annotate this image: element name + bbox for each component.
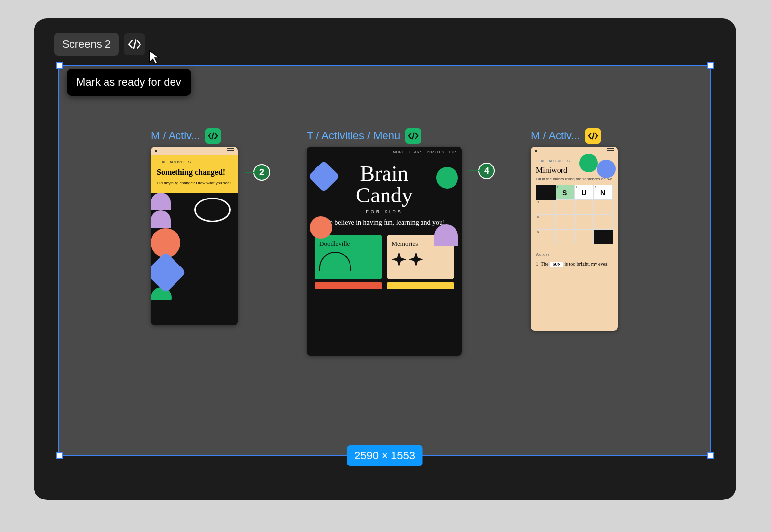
shape-arch-icon xyxy=(151,193,171,210)
code-icon xyxy=(208,132,218,140)
activity-subtitle: Did anything change? Draw what you see! xyxy=(157,181,232,186)
activity-title: Something changed! xyxy=(157,168,232,177)
sparkle-icon xyxy=(392,252,407,266)
clue-direction: Across xyxy=(536,251,613,258)
frame-mobile-activity-1[interactable]: M / Activ... ← ALL ACTIVITIES Something … xyxy=(151,128,238,325)
code-icon xyxy=(588,132,598,140)
frame-label[interactable]: M / Activ... xyxy=(151,130,200,142)
annotation-pin[interactable]: 2 xyxy=(253,164,270,181)
nav-item: PUZZLES xyxy=(427,150,444,154)
menu-icon xyxy=(227,148,234,153)
dev-changes-badge[interactable] xyxy=(585,128,601,144)
card-title: Memories xyxy=(392,240,418,247)
crossword-grid: 1S 2U 3N 4 5 6 xyxy=(536,185,613,244)
frame-body[interactable]: ← ALL ACTIVITIES Miniword Fill in the bl… xyxy=(531,147,618,331)
menu-icon xyxy=(607,148,614,153)
frame-body[interactable]: MORE LEARN PUZZLES FUN Brain Candy FOR K… xyxy=(307,147,462,356)
shape-flower-icon xyxy=(310,216,332,239)
nav-item: MORE xyxy=(393,150,404,154)
card-title: Doodleville xyxy=(319,240,350,247)
nav-item: LEARN xyxy=(409,150,422,154)
brand-tagline: We believe in having fun, learning and y… xyxy=(312,218,457,227)
activity-card xyxy=(387,282,455,289)
nav-item: FUN xyxy=(449,150,457,154)
shape-arch-icon xyxy=(151,210,171,228)
sparkle-icon xyxy=(409,252,423,266)
code-icon xyxy=(408,132,419,140)
activity-card: Doodleville xyxy=(315,235,382,279)
shape-arch-icon xyxy=(434,224,458,246)
hand-drawn-circle-icon xyxy=(194,198,231,222)
dev-ready-badge[interactable] xyxy=(205,128,221,144)
cursor-icon xyxy=(149,50,162,65)
activity-card xyxy=(315,282,382,289)
brand-subtitle: FOR KIDS xyxy=(312,209,457,214)
frame-label[interactable]: T / Activities / Menu xyxy=(307,130,400,142)
dev-ready-badge[interactable] xyxy=(405,128,421,144)
clue-text: 1 The SUN is too bright, my eyes! xyxy=(536,260,613,267)
brand-title: Candy xyxy=(312,185,457,206)
design-canvas: Screens 2 Mark as ready for dev 2590 × 1… xyxy=(34,18,736,500)
tooltip: Mark as ready for dev xyxy=(67,69,191,96)
activity-subtitle: Fill in the blanks using the sentences b… xyxy=(536,177,613,182)
frame-tablet-menu[interactable]: T / Activities / Menu MORE LEARN PUZZLES… xyxy=(307,128,462,356)
rainbow-icon xyxy=(319,252,351,271)
shape-diamond-icon xyxy=(151,252,186,294)
back-link: ← ALL ACTIVITIES xyxy=(157,160,232,164)
frame-body[interactable]: ← ALL ACTIVITIES Something changed! Did … xyxy=(151,147,238,325)
shape-flower-icon xyxy=(597,160,616,178)
shape-clover-icon xyxy=(579,154,598,172)
frame-label[interactable]: M / Activ... xyxy=(531,130,580,142)
frame-mobile-activity-2[interactable]: M / Activ... ← ALL ACTIVITIES Miniword F… xyxy=(531,128,618,331)
annotation-pin[interactable]: 4 xyxy=(478,163,495,179)
shape-clover-icon xyxy=(436,167,458,189)
